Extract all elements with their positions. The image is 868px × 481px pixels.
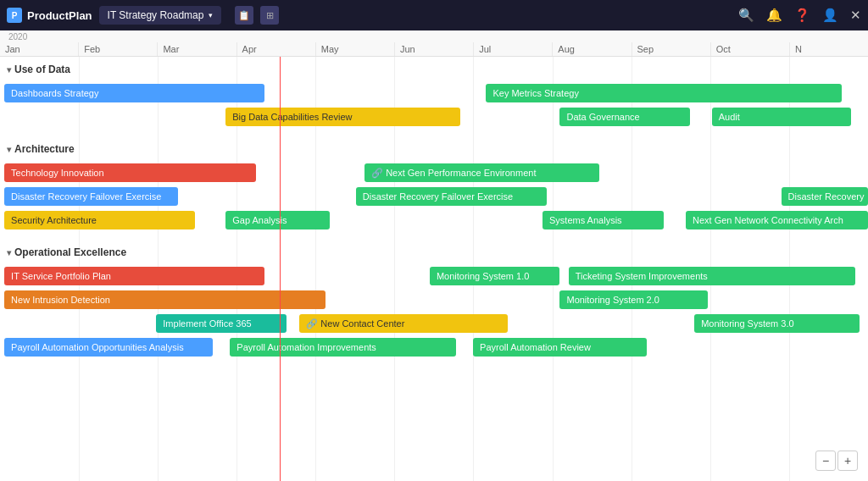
bar-next-gen-perf[interactable]: 🔗 Next Gen Performance Environment bbox=[364, 163, 598, 182]
doc-icons: 📋 ⊞ bbox=[235, 6, 279, 25]
close-icon[interactable]: ✕ bbox=[850, 8, 861, 23]
month-apr: Apr bbox=[236, 42, 315, 56]
help-icon[interactable]: ❓ bbox=[794, 8, 810, 23]
section-content-operational-excellence: IT Service Portfolio Plan Monitoring Sys… bbox=[0, 262, 868, 362]
bar-row: Implement Office 365 🔗 New Contact Cente… bbox=[0, 312, 868, 334]
month-jun: Jun bbox=[394, 42, 473, 56]
brand: P ProductPlan bbox=[7, 8, 92, 23]
brand-icon: P bbox=[7, 8, 22, 23]
bar-row: New Intrusion Detection Monitoring Syste… bbox=[0, 289, 868, 311]
year-label: 2020 bbox=[8, 32, 27, 41]
section-content-architecture: Technology Innovation 🔗 Next Gen Perform… bbox=[0, 158, 868, 235]
zoom-controls: − + bbox=[815, 451, 858, 471]
month-sep: Sep bbox=[632, 42, 710, 56]
bar-ticketing-system[interactable]: Ticketing System Improvements bbox=[569, 267, 855, 285]
section-label-operational-excellence: Operational Excellence bbox=[14, 246, 126, 258]
month-may: May bbox=[315, 42, 394, 56]
bar-row: Disaster Recovery Failover Exercise Disa… bbox=[0, 185, 868, 207]
month-oct: Oct bbox=[710, 42, 789, 56]
chevron-down-icon: ▾ bbox=[7, 248, 11, 257]
month-feb: Feb bbox=[78, 42, 157, 56]
bar-row: IT Service Portfolio Plan Monitoring Sys… bbox=[0, 265, 868, 287]
section-label-architecture: Architecture bbox=[14, 143, 75, 155]
bar-systems-analysis[interactable]: Systems Analysis bbox=[542, 211, 664, 229]
month-cells: Jan Feb Mar Apr May Jun Jul Aug Sep Oct … bbox=[0, 30, 868, 56]
bar-dashboards-strategy[interactable]: Dashboards Strategy bbox=[4, 84, 264, 102]
month-header: 2020 Jan Feb Mar Apr May Jun Jul Aug Sep… bbox=[0, 30, 868, 57]
roadmap-tab[interactable]: IT Strategy Roadmap ▾ bbox=[99, 6, 222, 25]
bar-row: Big Data Capabilities Review Data Govern… bbox=[0, 106, 868, 128]
doc-icon-1[interactable]: 📋 bbox=[235, 6, 253, 25]
section-header-architecture[interactable]: ▾ Architecture bbox=[0, 140, 868, 158]
bar-security-architecture[interactable]: Security Architecture bbox=[4, 211, 195, 229]
bar-implement-office-365[interactable]: Implement Office 365 bbox=[156, 314, 287, 333]
timeline-area: ▾ Use of Data Dashboards Strategy Key Me… bbox=[0, 57, 868, 481]
month-mar: Mar bbox=[157, 42, 236, 56]
bar-technology-innovation[interactable]: Technology Innovation bbox=[4, 163, 256, 182]
bar-payroll-review[interactable]: Payroll Automation Review bbox=[473, 338, 647, 357]
section-label-use-of-data: Use of Data bbox=[14, 64, 70, 75]
chevron-down-icon: ▾ bbox=[209, 11, 213, 19]
month-jul: Jul bbox=[473, 42, 552, 56]
chevron-down-icon: ▾ bbox=[7, 145, 11, 154]
roadmap-container: 2020 Jan Feb Mar Apr May Jun Jul Aug Sep… bbox=[0, 30, 868, 481]
section-use-of-data: ▾ Use of Data Dashboards Strategy Key Me… bbox=[0, 57, 868, 136]
section-architecture: ▾ Architecture Technology Innovation 🔗 N… bbox=[0, 136, 868, 240]
nav-icons: 🔍 🔔 ❓ 👤 ✕ bbox=[738, 8, 861, 23]
search-icon[interactable]: 🔍 bbox=[738, 8, 754, 23]
brand-label: ProductPlan bbox=[27, 9, 92, 22]
bar-new-contact-center[interactable]: 🔗 New Contact Center bbox=[299, 314, 508, 333]
roadmap-label: IT Strategy Roadmap bbox=[108, 9, 204, 21]
bar-monitoring-system-2[interactable]: Monitoring System 2.0 bbox=[559, 290, 707, 309]
navbar: P ProductPlan IT Strategy Roadmap ▾ 📋 ⊞ … bbox=[0, 0, 868, 30]
doc-icon-2[interactable]: ⊞ bbox=[260, 6, 279, 25]
bar-monitoring-system-3[interactable]: Monitoring System 3.0 bbox=[694, 314, 860, 333]
bar-data-governance[interactable]: Data Governance bbox=[559, 108, 690, 126]
bar-it-service-portfolio[interactable]: IT Service Portfolio Plan bbox=[4, 267, 264, 285]
bar-payroll-improvements[interactable]: Payroll Automation Improvements bbox=[230, 338, 455, 357]
bar-big-data[interactable]: Big Data Capabilities Review bbox=[225, 108, 459, 126]
bar-next-gen-network[interactable]: Next Gen Network Connectivity Arch bbox=[686, 211, 868, 229]
month-nov: N bbox=[789, 42, 868, 56]
bar-audit[interactable]: Audit bbox=[712, 108, 851, 126]
section-content-use-of-data: Dashboards Strategy Key Metrics Strategy… bbox=[0, 79, 868, 131]
bar-gap-analysis[interactable]: Gap Analysis bbox=[225, 211, 330, 229]
bar-row: Technology Innovation 🔗 Next Gen Perform… bbox=[0, 162, 868, 184]
zoom-out-button[interactable]: − bbox=[815, 451, 836, 471]
bar-disaster-recovery-1[interactable]: Disaster Recovery Failover Exercise bbox=[4, 187, 178, 206]
month-jan: Jan bbox=[0, 42, 78, 56]
bar-disaster-recovery-2[interactable]: Disaster Recovery Failover Exercise bbox=[356, 187, 547, 206]
today-line bbox=[280, 57, 281, 481]
month-aug: Aug bbox=[552, 42, 631, 56]
bell-icon[interactable]: 🔔 bbox=[766, 8, 782, 23]
chevron-down-icon: ▾ bbox=[7, 65, 11, 75]
bar-row: Security Architecture Gap Analysis Syste… bbox=[0, 209, 868, 231]
bar-row: Payroll Automation Opportunities Analysi… bbox=[0, 336, 868, 358]
bar-key-metrics-strategy[interactable]: Key Metrics Strategy bbox=[486, 84, 842, 102]
bar-monitoring-system-1[interactable]: Monitoring System 1.0 bbox=[430, 267, 560, 285]
bar-payroll-analysis[interactable]: Payroll Automation Opportunities Analysi… bbox=[4, 338, 213, 357]
section-header-operational-excellence[interactable]: ▾ Operational Excellence bbox=[0, 243, 868, 262]
bar-row: Dashboards Strategy Key Metrics Strategy bbox=[0, 82, 868, 104]
section-operational-excellence: ▾ Operational Excellence IT Service Port… bbox=[0, 240, 868, 367]
bar-disaster-recovery-3[interactable]: Disaster Recovery bbox=[782, 187, 868, 206]
zoom-in-button[interactable]: + bbox=[837, 451, 858, 471]
bar-new-intrusion-detection[interactable]: New Intrusion Detection bbox=[4, 290, 326, 309]
section-header-use-of-data[interactable]: ▾ Use of Data bbox=[0, 60, 868, 79]
user-icon[interactable]: 👤 bbox=[822, 8, 838, 23]
